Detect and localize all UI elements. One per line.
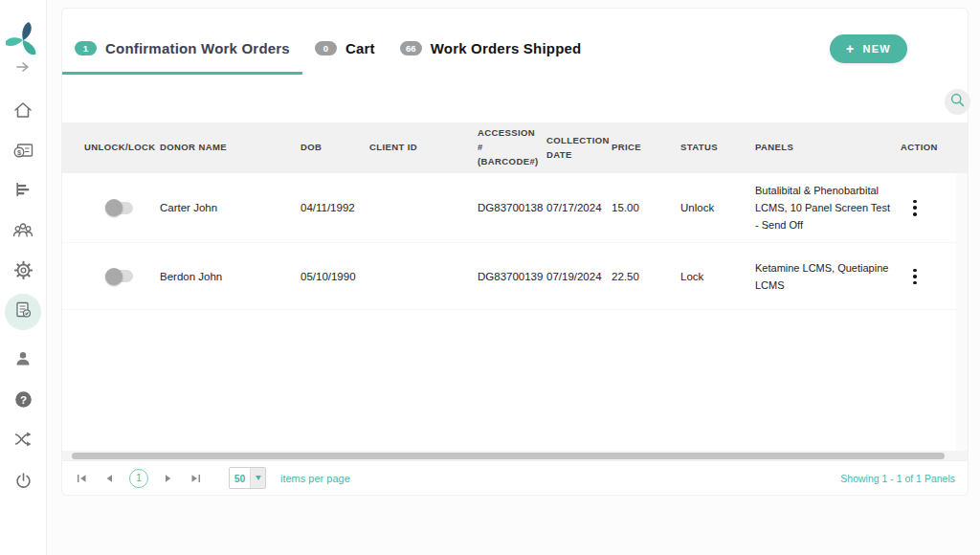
- items-per-page-label: items per page: [280, 473, 350, 484]
- accession-cell: DG83700139: [478, 271, 546, 282]
- horizontal-scrollbar-thumb[interactable]: [72, 453, 945, 459]
- current-page-indicator[interactable]: 1: [129, 469, 148, 488]
- work-orders-card: 1 Confirmation Work Orders 0 Cart 66 Wor…: [61, 8, 969, 496]
- tab-label: Work Orders Shipped: [431, 40, 582, 56]
- action-cell: [901, 197, 956, 219]
- price-cell: 22.50: [612, 271, 680, 282]
- panels-cell: Ketamine LCMS, Quetiapine LCMS: [755, 251, 901, 302]
- unlock-lock-cell: [84, 202, 160, 214]
- tab-cart[interactable]: 0 Cart: [302, 24, 388, 75]
- tab-label: Cart: [345, 40, 375, 56]
- groups-icon[interactable]: [0, 212, 46, 247]
- last-page-icon[interactable]: [189, 472, 203, 485]
- tab-work-orders-shipped[interactable]: 66 Work Orders Shipped: [388, 24, 594, 75]
- page-size-select[interactable]: 50: [229, 467, 266, 489]
- profile-icon[interactable]: [0, 342, 46, 376]
- table-header: UNLOCK/LOCK DONOR NAME DOB CLIENT ID ACC…: [62, 122, 968, 173]
- collection-date-cell: 07/19/2024: [546, 271, 612, 282]
- panels-cell: Butalibital & Phenobarbital LCMS, 10 Pan…: [755, 173, 901, 242]
- row-actions-menu-icon[interactable]: [910, 266, 947, 288]
- dob-cell: 04/11/1992: [301, 202, 369, 213]
- tab-count-badge: 1: [75, 41, 97, 56]
- previous-page-icon[interactable]: [103, 472, 115, 485]
- col-header-unlock-lock: UNLOCK/LOCK: [84, 141, 160, 155]
- sidebar-item-work-orders[interactable]: [0, 294, 46, 330]
- tab-count-badge: 0: [315, 41, 337, 56]
- new-button-label: NEW: [862, 43, 891, 55]
- reports-icon[interactable]: [0, 172, 46, 207]
- plus-icon: +: [846, 42, 855, 56]
- col-header-collection-date: COLLECTION DATE: [546, 134, 612, 162]
- next-page-icon[interactable]: [163, 472, 174, 485]
- donor-name-cell: Carter John: [160, 202, 301, 213]
- col-header-price: PRICE: [612, 141, 680, 155]
- power-icon[interactable]: [0, 463, 46, 498]
- active-item-highlight: [5, 294, 41, 330]
- unlock-lock-cell: [84, 270, 160, 282]
- donor-name-cell: Berdon John: [160, 271, 301, 282]
- table-body: Carter John 04/11/1992 DG83700138 07/17/…: [62, 173, 956, 451]
- tab-bar: 1 Confirmation Work Orders 0 Cart 66 Wor…: [62, 24, 593, 75]
- row-actions-menu-icon[interactable]: [910, 197, 947, 219]
- search-button[interactable]: [945, 89, 970, 115]
- work-orders-clipboard-icon: [13, 300, 33, 323]
- unlock-lock-toggle[interactable]: [107, 270, 133, 282]
- col-header-client-id: CLIENT ID: [369, 141, 478, 155]
- status-cell: Lock: [680, 271, 755, 282]
- new-button[interactable]: + NEW: [830, 34, 907, 63]
- horizontal-scrollbar-track: [62, 451, 968, 460]
- billing-icon[interactable]: $: [0, 133, 46, 167]
- svg-text:?: ?: [19, 393, 26, 405]
- first-page-icon[interactable]: [75, 472, 89, 485]
- shuffle-icon[interactable]: [0, 422, 46, 456]
- tab-label: Confirmation Work Orders: [105, 40, 290, 56]
- table-row: Berdon John 05/10/1990 DG83700139 07/19/…: [62, 243, 956, 310]
- home-icon[interactable]: [0, 93, 46, 127]
- col-header-donor-name: DONOR NAME: [160, 141, 301, 155]
- tab-confirmation-work-orders[interactable]: 1 Confirmation Work Orders: [62, 24, 302, 75]
- sidebar: $: [0, 0, 47, 555]
- settings-gear-icon[interactable]: [0, 253, 46, 287]
- accession-cell: DG83700138: [478, 202, 546, 213]
- dob-cell: 05/10/1990: [301, 271, 369, 282]
- help-icon[interactable]: ?: [0, 382, 46, 416]
- table-row: Carter John 04/11/1992 DG83700138 07/17/…: [62, 173, 956, 243]
- price-cell: 15.00: [612, 202, 680, 213]
- chevron-down-icon: [250, 468, 265, 488]
- pagination-summary: Showing 1 - 1 of 1 Panels: [840, 473, 955, 484]
- col-header-accession: ACCESSION # (BARCODE#): [478, 126, 546, 168]
- collapse-arrow-icon[interactable]: [0, 50, 46, 84]
- col-header-action: ACTION: [901, 141, 968, 155]
- status-cell: Unlock: [680, 202, 755, 213]
- tab-count-badge: 66: [400, 41, 422, 56]
- collection-date-cell: 07/17/2024: [546, 202, 612, 213]
- search-icon: [950, 93, 965, 111]
- action-cell: [901, 266, 956, 288]
- vertical-scrollbar-gutter: [956, 173, 968, 451]
- col-header-panels: PANELS: [755, 141, 901, 155]
- page-size-value: 50: [230, 468, 250, 488]
- toggle-knob: [105, 199, 122, 216]
- pagination-bar: 1 50 items per page Showing 1 - 1 of 1 P…: [62, 460, 968, 495]
- col-header-dob: DOB: [301, 141, 369, 155]
- unlock-lock-toggle[interactable]: [107, 202, 133, 214]
- col-header-status: STATUS: [680, 141, 755, 155]
- toggle-knob: [105, 268, 122, 285]
